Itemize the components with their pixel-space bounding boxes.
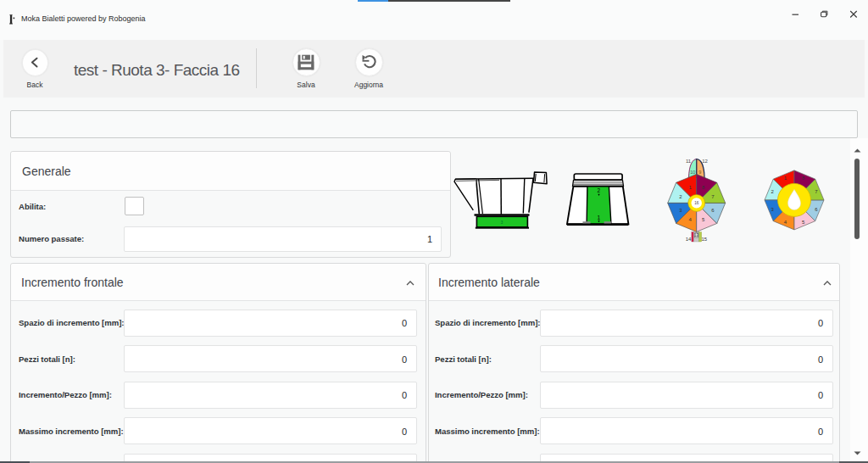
svg-text:12: 12 xyxy=(702,159,708,164)
svg-text:2: 2 xyxy=(597,187,600,193)
svg-text:10: 10 xyxy=(690,170,695,175)
svg-text:16: 16 xyxy=(694,201,699,205)
svg-text:14: 14 xyxy=(686,237,692,242)
svg-text:11: 11 xyxy=(686,159,692,164)
svg-text:3: 3 xyxy=(501,220,504,225)
svg-text:9: 9 xyxy=(698,170,701,175)
svg-text:13: 13 xyxy=(694,233,699,237)
svg-text:15: 15 xyxy=(701,237,707,242)
svg-text:1: 1 xyxy=(597,215,600,220)
